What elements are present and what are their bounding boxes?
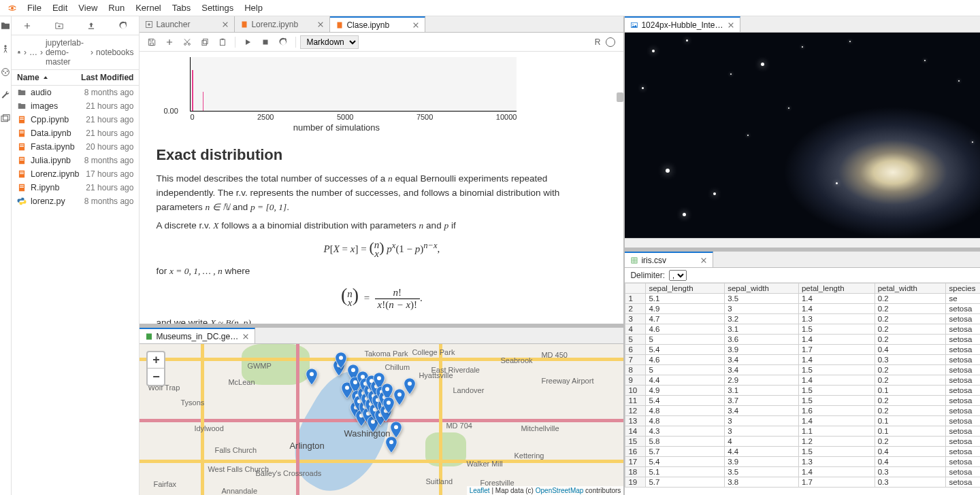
menu-file[interactable]: File	[22, 1, 47, 14]
table-row[interactable]: 155.841.20.2setosa	[625, 437, 980, 447]
table-row[interactable]: 185.13.51.40.3setosa	[625, 467, 980, 477]
cell-type-select[interactable]: Markdown	[300, 35, 359, 49]
breadcrumb-part[interactable]: notebooks	[96, 48, 133, 57]
map-marker[interactable]	[385, 437, 397, 453]
file-item[interactable]: Lorenz.ipynb17 hours ago	[12, 167, 139, 181]
svg-rect-19	[20, 160, 24, 160]
new-launcher-icon[interactable]	[22, 21, 32, 31]
table-row[interactable]: 65.43.91.70.4setosa	[625, 345, 980, 355]
file-item[interactable]: Data.ipynb21 hours ago	[12, 126, 139, 140]
file-item[interactable]: Fasta.ipynb20 hours ago	[12, 140, 139, 154]
menu-kernel[interactable]: Kernel	[130, 1, 167, 14]
map-marker[interactable]	[404, 378, 416, 394]
file-item[interactable]: Cpp.ipynb21 hours ago	[12, 113, 139, 126]
breadcrumb[interactable]: › … › jupyterlab-demo-master › notebooks	[12, 35, 139, 70]
table-row[interactable]: 553.61.40.2setosa	[625, 335, 980, 345]
svg-rect-13	[20, 133, 24, 133]
sort-caret-icon	[42, 74, 49, 81]
svg-rect-32	[203, 39, 208, 44]
scrollbar-thumb[interactable]	[617, 92, 623, 102]
table-row[interactable]: 175.43.91.30.4setosa	[625, 457, 980, 467]
file-item[interactable]: R.ipynb21 hours ago	[12, 181, 139, 194]
menu-help[interactable]: Help	[239, 1, 268, 14]
table-row[interactable]: 853.41.50.2setosa	[625, 365, 980, 375]
map-marker[interactable]	[335, 352, 347, 369]
menu-edit[interactable]: Edit	[47, 1, 73, 14]
table-row[interactable]: 94.42.91.40.2setosa	[625, 375, 980, 386]
new-folder-icon[interactable]	[54, 21, 64, 31]
menu-run[interactable]: Run	[103, 1, 130, 14]
table-row[interactable]: 104.93.11.50.1setosa	[625, 386, 980, 396]
leaflet-map[interactable]: + − Leaflet | Map data (c) OpenStreetMap…	[140, 344, 623, 495]
restart-button[interactable]	[275, 34, 291, 50]
tab-clase-ipynb[interactable]: Clase.ipynb	[330, 16, 425, 32]
image-view[interactable]	[625, 33, 980, 238]
tab-launcher[interactable]: Launcher	[140, 16, 235, 32]
file-item[interactable]: lorenz.py8 months ago	[12, 194, 139, 208]
file-item[interactable]: audio8 months ago	[12, 86, 139, 99]
tab-geojson[interactable]: Museums_in_DC.geojson	[140, 328, 255, 343]
close-icon[interactable]	[728, 22, 734, 29]
svg-point-68	[387, 400, 391, 405]
table-row[interactable]: 24.931.40.2setosa	[625, 304, 980, 314]
close-icon[interactable]	[700, 257, 707, 264]
tab-lorenz-ipynb[interactable]: Lorenz.ipynb	[235, 16, 330, 32]
zoom-in-button[interactable]: +	[148, 352, 164, 369]
cut-button[interactable]	[179, 34, 195, 50]
file-browser-header[interactable]: Name Last Modified	[12, 70, 139, 86]
menu-settings[interactable]: Settings	[196, 1, 239, 14]
zoom-out-button[interactable]: −	[148, 369, 164, 385]
folder-icon[interactable]	[0, 20, 11, 31]
table-row[interactable]: 44.63.11.50.2setosa	[625, 324, 980, 335]
table-row[interactable]: 165.74.41.50.4setosa	[625, 447, 980, 457]
stop-button[interactable]	[257, 34, 274, 50]
notebook-body[interactable]: 0.00 025005000750010000 number of simula…	[140, 52, 623, 324]
file-item[interactable]: images21 hours ago	[12, 99, 139, 113]
wrench-icon[interactable]	[0, 90, 11, 101]
table-row[interactable]: 34.73.21.30.2setosa	[625, 314, 980, 324]
save-button[interactable]	[144, 34, 160, 50]
copy-button[interactable]	[197, 34, 213, 50]
table-row[interactable]: 124.83.41.60.2setosa	[625, 406, 980, 416]
notebook-tabbar: LauncherLorenz.ipynbClase.ipynb	[140, 16, 623, 33]
table-row[interactable]: 134.831.40.1setosa	[625, 416, 980, 426]
upload-icon[interactable]	[86, 21, 96, 31]
tabs-icon[interactable]	[0, 113, 11, 124]
running-icon[interactable]	[0, 44, 11, 54]
csv-toolbar: Delimiter: ,	[625, 268, 980, 283]
svg-rect-31	[202, 40, 206, 45]
menu-view[interactable]: View	[73, 1, 103, 14]
table-row[interactable]: 15.13.51.40.2se	[625, 294, 980, 304]
map-marker[interactable]	[390, 422, 402, 438]
map-label: Suitland	[425, 477, 453, 485]
file-item[interactable]: Julia.ipynb8 months ago	[12, 154, 139, 167]
home-icon[interactable]	[17, 48, 21, 56]
run-button[interactable]	[240, 34, 256, 50]
table-row[interactable]: 74.63.41.40.3setosa	[625, 355, 980, 365]
close-icon[interactable]	[242, 333, 249, 340]
svg-rect-7	[3, 115, 10, 120]
table-row[interactable]: 144.331.10.1setosa	[625, 426, 980, 437]
kernel-name[interactable]: R	[595, 37, 601, 47]
refresh-icon[interactable]	[118, 21, 128, 31]
map-marker[interactable]	[306, 369, 318, 385]
close-icon[interactable]	[412, 22, 419, 29]
close-icon[interactable]	[222, 21, 229, 28]
csv-grid[interactable]: sepal_lengthsepal_widthpetal_lengthpetal…	[625, 283, 980, 495]
breadcrumb-part[interactable]: jupyterlab-demo-master	[46, 38, 88, 67]
svg-rect-28	[338, 22, 342, 28]
tab-image[interactable]: 1024px-Hubble_Interacting...	[625, 16, 740, 32]
paste-button[interactable]	[214, 34, 231, 50]
image-hscrollbar[interactable]	[625, 238, 980, 248]
table-row[interactable]: 115.43.71.50.2setosa	[625, 396, 980, 406]
close-icon[interactable]	[317, 21, 324, 28]
tab-csv[interactable]: iris.csv	[625, 252, 713, 267]
insert-cell-button[interactable]	[161, 34, 178, 50]
breadcrumb-ellipsis[interactable]: …	[29, 48, 37, 57]
kernel-indicator-icon[interactable]	[606, 37, 615, 47]
table-row[interactable]: 195.73.81.70.3setosa	[625, 477, 980, 488]
menu-tabs[interactable]: Tabs	[167, 1, 196, 14]
svg-point-72	[408, 381, 412, 386]
delimiter-select[interactable]: ,	[669, 270, 687, 281]
commands-icon[interactable]	[0, 67, 11, 78]
